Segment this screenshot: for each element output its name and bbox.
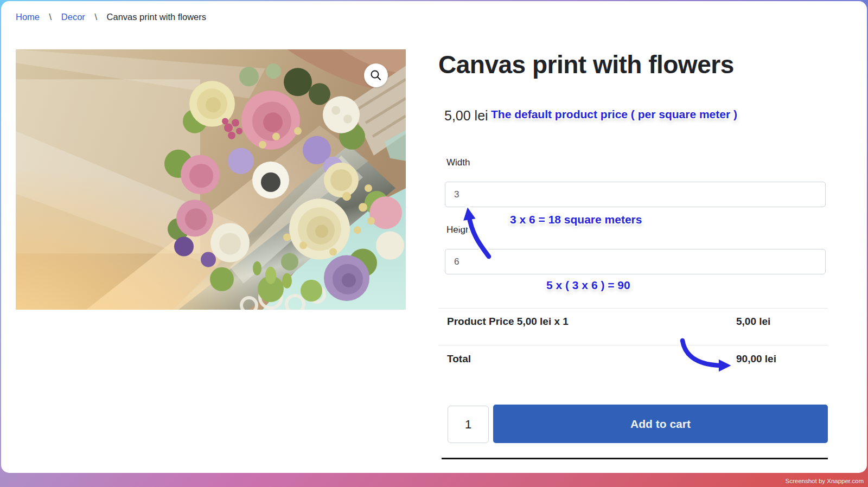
width-label: Width xyxy=(446,157,470,168)
summary-row-product-price-value: 5,00 lei xyxy=(736,316,770,328)
breadcrumb-decor-link[interactable]: Decor xyxy=(61,12,85,22)
bottom-rule xyxy=(442,458,828,459)
screenshot-watermark: Screenshot by Xnapper.com xyxy=(786,478,864,484)
summary-row-total-label: Total xyxy=(447,353,471,365)
summary-divider xyxy=(438,308,828,309)
height-label: Height xyxy=(446,225,473,235)
quantity-input[interactable] xyxy=(448,406,489,443)
bouquet-photo-art xyxy=(16,49,406,310)
image-zoom-button[interactable] xyxy=(364,63,388,87)
annotation-total-note: 5 x ( 3 x 6 ) = 90 xyxy=(546,279,630,292)
product-image[interactable] xyxy=(16,49,406,310)
summary-row-product-price-label: Product Price 5,00 lei x 1 xyxy=(447,316,569,328)
annotation-area-note: 3 x 6 = 18 square meters xyxy=(510,213,642,226)
magnifier-icon xyxy=(370,69,382,81)
breadcrumb-home-link[interactable]: Home xyxy=(16,12,40,22)
add-to-cart-button[interactable]: Add to cart xyxy=(493,405,828,443)
product-price: 5,00 lei xyxy=(444,108,488,124)
height-input[interactable] xyxy=(445,249,826,274)
summary-row-total-value: 90,00 lei xyxy=(736,353,776,365)
arrow-to-total-value xyxy=(682,341,724,366)
summary-divider xyxy=(438,345,828,345)
page-card: Home \ Decor \ Canvas print with flowers xyxy=(1,1,867,473)
annotation-price-note: The default product price ( per square m… xyxy=(491,108,737,121)
breadcrumb: Home \ Decor \ Canvas print with flowers xyxy=(16,12,206,22)
product-title: Canvas print with flowers xyxy=(438,50,734,79)
breadcrumb-separator: \ xyxy=(94,12,97,22)
width-input[interactable] xyxy=(445,182,826,207)
breadcrumb-current: Canvas print with flowers xyxy=(107,12,206,22)
breadcrumb-separator: \ xyxy=(49,12,52,22)
